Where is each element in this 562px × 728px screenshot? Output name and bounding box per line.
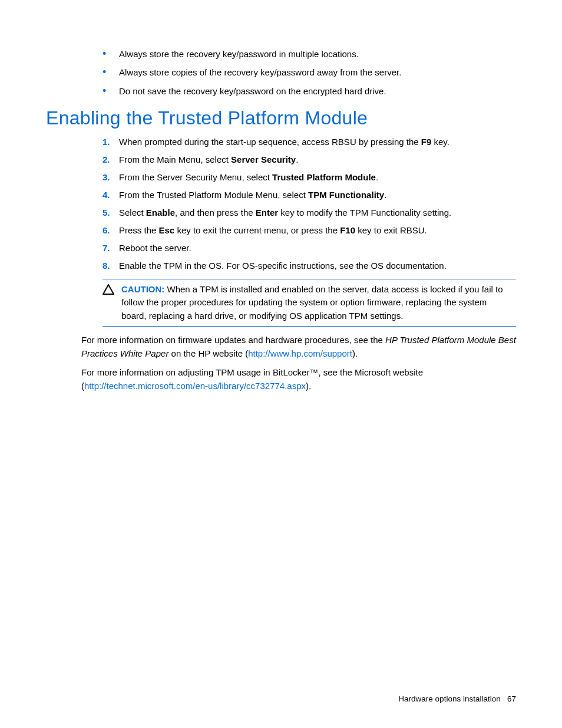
step-text: key. [431,137,449,147]
caution-label: CAUTION: [121,284,164,294]
list-item: Do not save the recovery key/password on… [103,84,516,98]
step-bold: Enter [256,207,278,218]
step-item: Reboot the server. [103,241,516,255]
list-item-text: Always store copies of the recovery key/… [119,67,401,77]
step-text: When prompted during the start-up sequen… [119,137,421,147]
page-footer: Hardware options installation 67 [398,694,516,703]
caution-icon [103,284,114,299]
step-text: . [384,190,386,200]
step-text: key to exit RBSU. [355,225,427,235]
step-bold: TPM Functionality [308,190,384,200]
step-item: From the Trusted Platform Module Menu, s… [103,188,516,202]
document-page: Always store the recovery key/password i… [0,0,562,728]
step-bold: Trusted Platform Module [272,172,376,182]
step-text: . [376,172,378,182]
microsoft-technet-link[interactable]: http://technet.microsoft.com/en-us/libra… [84,381,306,391]
step-text: key to exit the current menu, or press t… [174,225,340,235]
steps-list: When prompted during the start-up sequen… [46,135,516,273]
svg-marker-0 [103,285,114,294]
step-bold: F9 [421,137,432,147]
paragraph-text: ). [306,381,311,391]
step-item: From the Server Security Menu, select Tr… [103,170,516,185]
list-item-text: Always store the recovery key/password i… [119,49,359,59]
section-heading: Enabling the Trusted Platform Module [46,107,516,129]
caution-content: CAUTION: When a TPM is installed and ena… [121,283,513,323]
step-text: Reboot the server. [119,243,191,253]
paragraph: For more information on adjusting TPM us… [81,366,516,393]
hp-support-link[interactable]: http://www.hp.com/support [248,348,352,358]
caution-text: When a TPM is installed and enabled on t… [121,284,503,321]
step-bold: Esc [159,225,175,235]
footer-section: Hardware options installation [398,694,500,703]
step-bold: Enable [146,207,175,218]
paragraph-text: ). [352,348,358,358]
list-item: Always store copies of the recovery key/… [103,65,516,79]
step-text: key to modify the TPM Functionality sett… [278,207,451,218]
step-text: . [296,154,298,164]
step-bold: F10 [340,225,355,235]
step-item: When prompted during the start-up sequen… [103,135,516,149]
intro-bullets: Always store the recovery key/password i… [46,47,516,98]
step-text: From the Trusted Platform Module Menu, s… [119,190,308,200]
step-item: Enable the TPM in the OS. For OS-specifi… [103,259,516,273]
step-item: Press the Esc key to exit the current me… [103,223,516,238]
paragraph: For more information on firmware updates… [81,334,516,360]
caution-box: CAUTION: When a TPM is installed and ena… [103,279,516,327]
step-text: Enable the TPM in the OS. For OS-specifi… [119,261,447,271]
paragraph-text: on the HP website ( [168,348,248,358]
step-text: From the Main Menu, select [119,154,231,164]
list-item: Always store the recovery key/password i… [103,47,516,61]
footer-page-number: 67 [507,694,516,703]
paragraph-text: For more information on firmware updates… [81,335,385,345]
step-bold: Server Security [231,154,296,164]
step-item: Select Enable, and then press the Enter … [103,206,516,220]
step-text: Press the [119,225,159,235]
step-item: From the Main Menu, select Server Securi… [103,153,516,167]
step-text: Select [119,207,146,218]
step-text: From the Server Security Menu, select [119,172,272,182]
list-item-text: Do not save the recovery key/password on… [119,86,386,96]
step-text: , and then press the [175,207,256,218]
